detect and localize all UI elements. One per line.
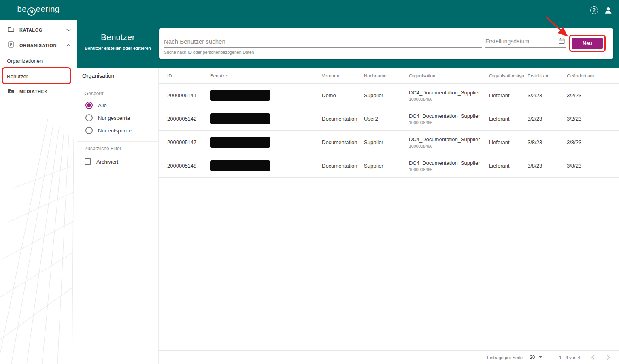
organisation-icon	[7, 41, 15, 50]
filter-divider	[77, 141, 158, 142]
page-size-value: 20	[530, 355, 535, 360]
help-icon[interactable]: ?	[590, 6, 598, 14]
filter-panel: Organisation Gesperrt Alle Nur gesperrte…	[77, 68, 159, 364]
cell-organisation: DC4_Documentation_Supplier 1000008466	[409, 89, 489, 102]
cell-vorname: Documentation	[322, 139, 364, 145]
cell-erstellt-am: 3/8/23	[528, 163, 567, 169]
sidebar-item-label: Benutzer	[7, 73, 28, 79]
col-header-vorname: Vorname	[322, 73, 364, 78]
sidebar-item-benutzer[interactable]: Benutzer	[0, 68, 77, 84]
catalog-icon	[7, 26, 15, 34]
help-glyph: ?	[593, 7, 596, 13]
redacted-benutzer	[210, 90, 270, 101]
col-header-nachname: Nachname	[364, 73, 409, 78]
col-header-benutzer: Benutzer	[210, 73, 322, 78]
zusatz-group-label: Zusätzliche Filter	[85, 146, 158, 151]
sidebar-item-organizationen[interactable]: Organizationen	[0, 53, 77, 68]
search-hint: Suche nach ID oder personenbezogenen Dat…	[164, 50, 254, 55]
sidebar-item-label: KATALOG	[19, 28, 43, 32]
radio-nur-gesperrte[interactable]: Nur gesperrte	[77, 114, 158, 121]
checkbox-archiviert[interactable]: Archiviert	[77, 158, 158, 165]
radio-button-selected-icon	[85, 102, 93, 109]
logo-text-prefix: be	[17, 4, 27, 13]
cell-organisation-id: 1000008466	[409, 97, 489, 102]
cell-organisationstyp: Lieferant	[489, 92, 528, 98]
users-table: ID Benutzer Vorname Nachname Organisatio…	[159, 68, 619, 350]
cell-erstellt-am: 3/2/23	[528, 92, 567, 98]
cell-geaendert-am: 3/2/23	[567, 116, 613, 122]
media-icon	[7, 87, 15, 96]
cell-organisationstyp: Lieferant	[489, 139, 528, 145]
page-title: Benutzer	[77, 32, 159, 42]
topbar-actions: ?	[590, 6, 619, 15]
date-filter-field[interactable]	[485, 36, 566, 48]
cell-erstellt-am: 3/2/23	[528, 116, 567, 122]
cell-id: 2000005147	[167, 139, 210, 145]
cell-id: 2000005141	[167, 92, 210, 98]
topbar: beNeering ?	[0, 0, 619, 20]
col-header-erstellt-am: Erstellt am	[528, 73, 567, 78]
table-row[interactable]: 2000005147 Documentation Supplier DC4_Do…	[159, 131, 619, 154]
previous-page-button[interactable]	[591, 355, 595, 360]
col-header-geaendert-am: Geändert am	[567, 73, 613, 78]
redacted-benutzer	[210, 160, 270, 171]
cell-organisation-id: 1000008466	[409, 144, 489, 149]
radio-button-icon	[85, 127, 93, 134]
building-sketch-decoration	[0, 113, 77, 364]
table-row[interactable]: 2000005142 Documentation User2 DC4_Docum…	[159, 107, 619, 131]
next-page-button[interactable]	[606, 355, 610, 360]
sidebar-item-katalog[interactable]: KATALOG	[0, 22, 77, 38]
cell-id: 2000005142	[167, 116, 210, 122]
account-icon[interactable]	[604, 6, 613, 15]
redacted-benutzer	[210, 113, 270, 124]
cell-nachname: Supplier	[364, 92, 409, 98]
cell-organisationstyp: Lieferant	[489, 116, 528, 122]
app-root: beNeering ? KATALOG	[0, 0, 619, 364]
sidebar-item-label: Organizationen	[7, 58, 43, 64]
radio-label: Alle	[98, 102, 107, 109]
table-row[interactable]: 2000005141 Demo Supplier DC4_Documentati…	[159, 84, 619, 107]
radio-button-icon	[85, 114, 93, 121]
new-user-button[interactable]: Neu	[572, 38, 603, 49]
redacted-benutzer	[210, 137, 270, 148]
pagination-bar: Einträge pro Seite 20 1 - 4 von 4	[159, 350, 619, 364]
filter-section-header: Organisation	[82, 72, 153, 83]
date-input[interactable]	[485, 36, 553, 47]
cell-organisation-id: 1000008466	[409, 167, 489, 172]
cell-vorname: Documentation	[322, 163, 364, 169]
page-size-label: Einträge pro Seite	[487, 355, 523, 360]
chevron-down-icon	[66, 29, 71, 31]
sidebar-item-organisation[interactable]: ORGANISATION	[0, 38, 77, 53]
cell-geaendert-am: 3/8/23	[567, 163, 613, 169]
cell-organisation: DC4_Documentation_Supplier 1000008466	[409, 113, 489, 125]
cell-id: 2000005148	[167, 163, 210, 169]
cell-nachname: User2	[364, 116, 409, 122]
cell-geaendert-am: 3/2/23	[567, 92, 613, 98]
radio-alle[interactable]: Alle	[77, 102, 158, 109]
col-header-organisation: Organisation	[409, 73, 489, 78]
table-row[interactable]: 2000005148 Documentation Supplier DC4_Do…	[159, 154, 619, 178]
radio-label: Nur entsperrte	[98, 128, 132, 134]
sidebar-item-mediathek[interactable]: MEDIATHEK	[0, 84, 77, 99]
col-header-organisationstyp: Organisationstyp	[489, 73, 528, 78]
cell-organisation: DC4_Documentation_Supplier 1000008466	[409, 136, 489, 149]
caret-down-icon	[539, 356, 542, 358]
sidebar-item-label: ORGANISATION	[19, 43, 57, 48]
logo: beNeering	[0, 4, 77, 16]
page-size-select[interactable]: 20	[529, 354, 543, 361]
cell-organisation-id: 1000008466	[409, 120, 489, 125]
sidebar-nav: KATALOG ORGANISATION Organizationen Benu…	[0, 20, 77, 99]
calendar-icon[interactable]	[559, 38, 565, 46]
logo-n-icon: N	[27, 7, 36, 16]
cell-nachname: Supplier	[364, 139, 409, 145]
sidebar-item-label: MEDIATHEK	[19, 89, 48, 94]
sidebar: KATALOG ORGANISATION Organizationen Benu…	[0, 20, 77, 364]
radio-nur-entsperrte[interactable]: Nur entsperrte	[77, 127, 158, 134]
search-card: Suche nach ID oder personenbezogenen Dat…	[159, 28, 613, 59]
checkbox-label: Archiviert	[96, 159, 118, 165]
page-subtitle: Benutzer erstellen oder editieren	[77, 46, 159, 51]
search-input[interactable]	[164, 36, 482, 48]
cell-vorname: Documentation	[322, 116, 364, 122]
page-header: Benutzer Benutzer erstellen oder editier…	[77, 20, 159, 68]
main-area: Suche nach ID oder personenbezogenen Dat…	[159, 20, 619, 364]
